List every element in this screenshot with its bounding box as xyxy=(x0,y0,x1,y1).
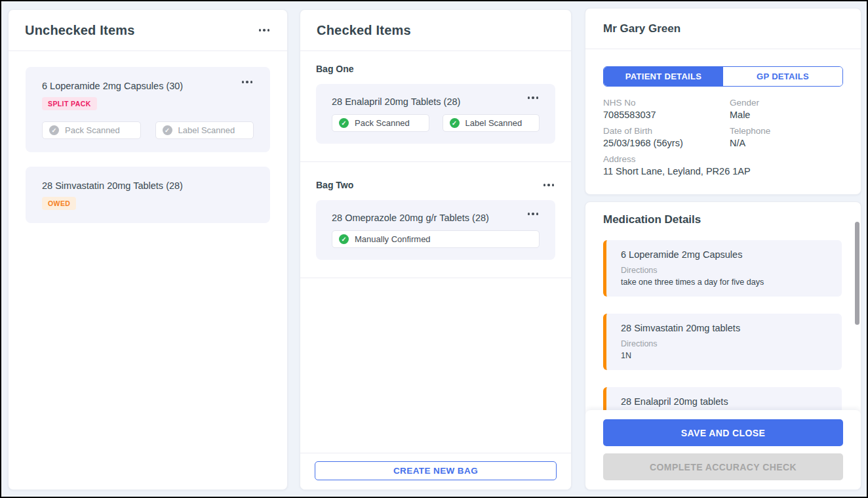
tab-gp-details[interactable]: GP DETAILS xyxy=(723,67,842,86)
field-value: 11 Short Lane, Leyland, PR26 1AP xyxy=(603,166,843,176)
check-label: Label Scanned xyxy=(178,125,235,135)
directions-text: take one three times a day for five days xyxy=(621,278,827,287)
more-options-icon[interactable] xyxy=(526,210,540,218)
checked-item-card: 28 Omeprazole 20mg g/r Tablets (28) ✓ Ma… xyxy=(316,200,555,260)
checked-items-title: Checked Items xyxy=(317,23,411,38)
owed-badge: OWED xyxy=(42,197,76,210)
directions-label: Directions xyxy=(621,339,827,348)
tab-patient-details[interactable]: PATIENT DETAILS xyxy=(604,67,723,86)
patient-header: Mr Gary Green xyxy=(585,9,861,49)
check-label: Pack Scanned xyxy=(355,118,410,128)
medication-list: 6 Loperamide 2mg Capsules Directions tak… xyxy=(585,230,861,417)
field-value: Male xyxy=(730,110,843,120)
item-title: 28 Enalapril 20mg Tablets (28) xyxy=(332,94,460,107)
bag-name: Bag One xyxy=(316,64,354,74)
manually-confirmed-check[interactable]: ✓ Manually Confirmed xyxy=(332,230,540,248)
unchecked-item-card: 6 Loperamide 2mg Capsules (30) SPLIT PAC… xyxy=(26,67,270,152)
dob-field: Date of Birth 25/03/1968 (56yrs) xyxy=(603,126,730,148)
more-options-icon[interactable] xyxy=(542,181,556,189)
bag-two-section: Bag Two 28 Omeprazole 20mg g/r Tablets (… xyxy=(300,162,571,278)
check-label: Pack Scanned xyxy=(65,125,120,135)
field-label: Date of Birth xyxy=(603,126,730,136)
check-circle-icon: ✓ xyxy=(49,125,59,135)
medication-name: 6 Loperamide 2mg Capsules xyxy=(621,249,827,260)
pack-scanned-check[interactable]: ✓ Pack Scanned xyxy=(42,121,141,139)
medication-name: 28 Enalapril 20mg tablets xyxy=(621,396,827,407)
label-scanned-check[interactable]: ✓ Label Scanned xyxy=(155,121,254,139)
unchecked-items-title: Unchecked Items xyxy=(25,23,135,38)
checked-items-panel: Checked Items Bag One 28 Enalapril 20mg … xyxy=(300,9,572,490)
check-circle-icon: ✓ xyxy=(450,118,460,128)
pack-scanned-check[interactable]: ✓ Pack Scanned xyxy=(332,114,429,132)
check-label: Label Scanned xyxy=(465,118,523,128)
medication-panel: Medication Details 6 Loperamide 2mg Caps… xyxy=(585,201,861,490)
split-pack-badge: SPLIT PACK xyxy=(42,97,97,110)
field-label: Gender xyxy=(730,98,843,108)
medication-name: 28 Simvastatin 20mg tablets xyxy=(621,323,827,333)
patient-tabs: PATIENT DETAILS GP DETAILS xyxy=(603,66,843,87)
field-label: NHS No xyxy=(603,98,730,108)
create-new-bag-button[interactable]: CREATE NEW BAG xyxy=(315,461,557,480)
label-scanned-check[interactable]: ✓ Label Scanned xyxy=(443,114,540,132)
telephone-field: Telephone N/A xyxy=(730,126,843,148)
save-and-close-button[interactable]: SAVE AND CLOSE xyxy=(603,419,843,446)
medication-header: Medication Details xyxy=(585,202,861,230)
bag-name: Bag Two xyxy=(316,180,353,190)
field-label: Address xyxy=(603,154,843,164)
check-circle-icon: ✓ xyxy=(163,125,172,135)
checked-item-card: 28 Enalapril 20mg Tablets (28) ✓ Pack Sc… xyxy=(316,84,555,144)
scrollbar-thumb[interactable] xyxy=(855,222,859,325)
unchecked-items-list: 6 Loperamide 2mg Capsules (30) SPLIT PAC… xyxy=(9,51,287,239)
more-options-icon[interactable] xyxy=(526,94,540,102)
field-value: N/A xyxy=(730,138,843,148)
unchecked-items-panel: Unchecked Items 6 Loperamide 2mg Capsule… xyxy=(8,9,288,490)
gender-field: Gender Male xyxy=(730,98,843,120)
item-title: 6 Loperamide 2mg Capsules (30) xyxy=(42,78,183,91)
item-title: 28 Simvastatin 20mg Tablets (28) xyxy=(42,178,183,191)
patient-name: Mr Gary Green xyxy=(603,22,681,35)
field-value: 25/03/1968 (56yrs) xyxy=(603,138,730,148)
create-bag-area: CREATE NEW BAG xyxy=(300,453,571,489)
directions-label: Directions xyxy=(621,266,827,275)
check-label: Manually Confirmed xyxy=(355,234,431,244)
field-value: 7085583037 xyxy=(603,110,730,120)
unchecked-item-card: 28 Simvastatin 20mg Tablets (28) OWED xyxy=(26,167,270,223)
field-label: Telephone xyxy=(730,126,843,136)
patient-fields: NHS No 7085583037 Gender Male Date of Bi… xyxy=(603,98,843,176)
complete-accuracy-check-button[interactable]: COMPLETE ACCURACY CHECK xyxy=(603,453,843,480)
patient-panel: Mr Gary Green PATIENT DETAILS GP DETAILS… xyxy=(585,8,861,195)
item-title: 28 Omeprazole 20mg g/r Tablets (28) xyxy=(332,210,489,223)
check-circle-icon: ✓ xyxy=(339,234,349,244)
action-buttons-area: SAVE AND CLOSE COMPLETE ACCURACY CHECK xyxy=(585,410,861,489)
medication-card: 28 Simvastatin 20mg tablets Directions 1… xyxy=(603,314,842,370)
check-circle-icon: ✓ xyxy=(339,118,349,128)
directions-text: 1N xyxy=(621,351,827,360)
more-options-icon[interactable] xyxy=(241,78,254,86)
checked-items-header: Checked Items xyxy=(300,10,571,51)
more-options-icon[interactable] xyxy=(258,26,271,34)
medication-title: Medication Details xyxy=(603,213,843,226)
nhs-no-field: NHS No 7085583037 xyxy=(603,98,730,120)
medication-card: 6 Loperamide 2mg Capsules Directions tak… xyxy=(603,240,842,297)
unchecked-items-header: Unchecked Items xyxy=(9,10,287,51)
bag-one-section: Bag One 28 Enalapril 20mg Tablets (28) ✓… xyxy=(300,51,571,162)
address-field: Address 11 Short Lane, Leyland, PR26 1AP xyxy=(603,154,843,176)
